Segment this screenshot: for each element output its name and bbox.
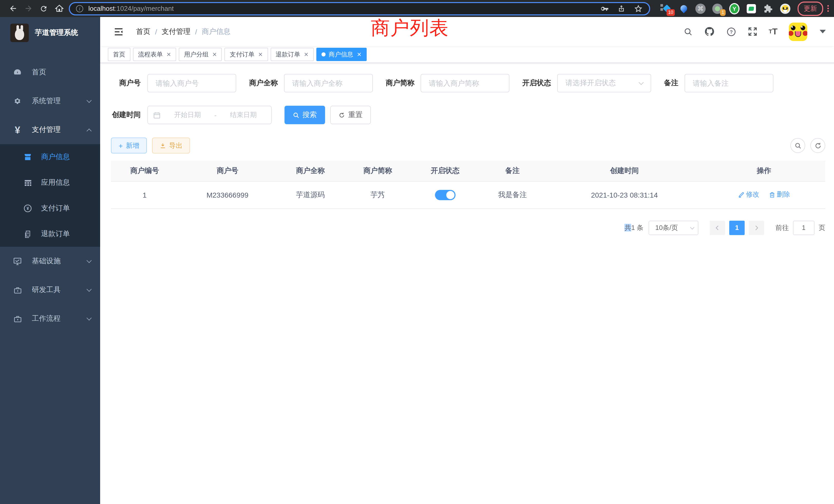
url-text: localhost:1024/pay/merchant [88, 5, 600, 12]
browser-reload-icon[interactable] [36, 2, 51, 15]
breadcrumb: 首页 / 支付管理 / 商户信息 [136, 27, 231, 36]
sidebar-item-home[interactable]: 首页 [0, 58, 100, 87]
bookmark-star-icon[interactable] [634, 4, 643, 13]
page-size-select[interactable]: 10条/页 [649, 221, 698, 235]
extension-icon-6[interactable] [746, 3, 756, 14]
chevron-down-icon [87, 315, 92, 321]
breadcrumb-home[interactable]: 首页 [136, 27, 151, 36]
merchant-no-input[interactable] [156, 79, 228, 87]
close-icon[interactable]: ✕ [258, 51, 263, 58]
col-short-name: 商户简称 [344, 161, 411, 181]
browser-home-icon[interactable] [51, 2, 67, 15]
sidebar-item-refund-order[interactable]: 退款订单 [0, 221, 100, 247]
edit-link[interactable]: 修改 [738, 190, 759, 199]
sidebar-item-pay-order[interactable]: ¥ 支付订单 [0, 196, 100, 221]
merchant-table: 商户编号 商户号 商户全称 商户简称 开启状态 备注 创建时间 操作 1 [111, 161, 825, 209]
sidebar-item-devtools[interactable]: 研发工具 [0, 276, 100, 304]
status-toggle[interactable] [435, 190, 456, 200]
start-date-placeholder: 开始日期 [165, 110, 210, 120]
avatar[interactable] [789, 22, 807, 41]
extensions-puzzle-icon[interactable] [763, 3, 773, 14]
sidebar-item-merchant-info[interactable]: 商户信息 [0, 144, 100, 170]
tab-merchant-info[interactable]: 商户信息✕ [316, 48, 367, 61]
page-info-icon[interactable]: i [76, 5, 83, 12]
close-icon[interactable]: ✕ [212, 51, 217, 58]
chevron-down-icon [690, 225, 695, 229]
page-number-1[interactable]: 1 [729, 221, 745, 235]
status-label: 开启状态 [522, 78, 551, 88]
browser-back-icon[interactable] [5, 2, 21, 15]
refresh-icon [338, 112, 345, 118]
tab-home[interactable]: 首页 [108, 48, 130, 61]
status-select[interactable]: 请选择开启状态 [557, 74, 651, 92]
cell-merchant-no: M233666999 [178, 181, 277, 208]
avatar-caret-icon[interactable] [820, 30, 826, 33]
reset-button[interactable]: 重置 [330, 106, 371, 124]
font-size-icon[interactable]: TT [769, 27, 777, 36]
col-status: 开启状态 [411, 161, 479, 181]
tab-refund-order[interactable]: 退款订单✕ [270, 48, 313, 61]
browser-forward-icon[interactable] [21, 2, 36, 15]
toolbox-icon [11, 285, 24, 294]
tab-pay-order[interactable]: 支付订单✕ [225, 48, 268, 61]
search-icon [293, 112, 300, 118]
extension-icon-7[interactable] [780, 3, 790, 14]
extension-icon-1[interactable]: 10 [661, 3, 672, 14]
fullscreen-icon[interactable] [748, 27, 758, 37]
create-time-label: 创建时间 [111, 110, 141, 120]
extension-icon-5[interactable]: Y [729, 3, 740, 14]
github-icon[interactable] [704, 26, 715, 37]
browser-toolbar: i localhost:1024/pay/merchant 10 [0, 0, 834, 17]
short-name-input[interactable] [429, 79, 501, 87]
help-icon[interactable]: ? [726, 26, 737, 37]
sidebar-logo[interactable]: 芋道管理系统 [0, 17, 100, 49]
address-bar[interactable]: i localhost:1024/pay/merchant [69, 2, 650, 15]
breadcrumb-pay[interactable]: 支付管理 [162, 27, 191, 36]
remark-input[interactable] [693, 79, 765, 87]
sidebar-item-infra[interactable]: 基础设施 [0, 247, 100, 276]
close-icon[interactable]: ✕ [167, 51, 171, 58]
close-icon[interactable]: ✕ [357, 51, 361, 58]
show-search-button[interactable] [790, 138, 805, 153]
tab-user-group[interactable]: 用户分组✕ [179, 48, 222, 61]
hamburger-icon[interactable] [108, 26, 129, 37]
full-name-input[interactable] [292, 79, 365, 87]
date-range-picker[interactable]: 开始日期 - 结束日期 [147, 106, 272, 124]
search-button[interactable]: 搜索 [285, 106, 325, 124]
search-icon [794, 142, 802, 149]
extension-badge: 10 [666, 9, 675, 16]
refresh-table-button[interactable] [810, 138, 825, 153]
sidebar-item-workflow[interactable]: 工作流程 [0, 304, 100, 333]
next-page-button[interactable] [749, 221, 764, 235]
delete-link[interactable]: 删除 [769, 190, 790, 199]
share-icon[interactable] [617, 4, 626, 13]
close-icon[interactable]: ✕ [304, 51, 308, 58]
chevron-down-icon [87, 258, 92, 263]
chevron-down-icon [87, 287, 92, 292]
cell-remark: 我是备注 [479, 181, 546, 208]
password-key-icon[interactable] [600, 4, 609, 13]
extension-icon-4[interactable]: 1 [712, 3, 723, 14]
table-row: 1 M233666999 芋道源码 芋艿 我是备注 2021-10-23 08:… [111, 181, 825, 208]
export-button[interactable]: 导出 [152, 138, 190, 154]
sidebar-item-app-info[interactable]: 应用信息 [0, 170, 100, 196]
add-button[interactable]: + 新增 [111, 138, 147, 154]
browser-update-button[interactable]: 更新 [797, 1, 823, 16]
col-remark: 备注 [479, 161, 546, 181]
chevron-down-icon [639, 80, 644, 85]
sidebar-item-pay[interactable]: ¥ 支付管理 [0, 115, 100, 144]
sidebar-item-system[interactable]: 系统管理 [0, 87, 100, 115]
prev-page-button[interactable] [710, 221, 725, 235]
goto-page-input[interactable] [793, 221, 814, 235]
gear-icon [11, 96, 24, 106]
tab-process-form[interactable]: 流程表单✕ [133, 48, 176, 61]
header-search-icon[interactable] [683, 27, 693, 36]
refund-doc-icon [23, 230, 33, 238]
browser-menu-icon[interactable] [827, 5, 829, 12]
pagination: 共1 条 10条/页 1 前往 页 [111, 221, 825, 235]
col-id: 商户编号 [111, 161, 178, 181]
extension-icon-3[interactable]: ⌘ [695, 3, 706, 14]
navbar: 首页 / 支付管理 / 商户信息 ? [100, 17, 834, 46]
monitor-icon [11, 257, 24, 266]
extension-icon-2[interactable] [678, 3, 689, 14]
